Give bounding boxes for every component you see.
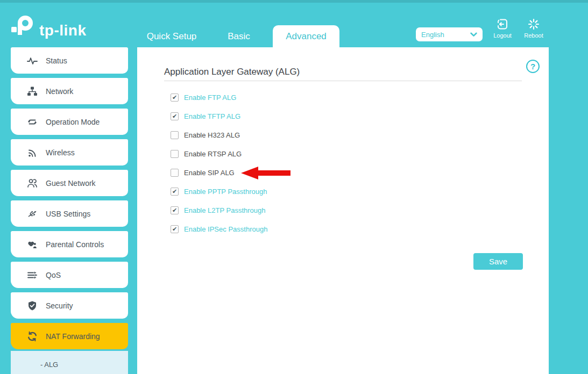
checkbox-enable-h323-alg[interactable] [171, 131, 179, 139]
save-button[interactable]: Save [473, 253, 523, 270]
logo-text: tp-link [39, 22, 87, 39]
sidebar-subitem-alg[interactable]: - ALG [40, 361, 58, 369]
tab-basic[interactable]: Basic [212, 25, 266, 47]
logout-icon [496, 18, 509, 31]
sidebar-item-parental-controls[interactable]: Parental Controls [11, 231, 128, 257]
checkbox-row-enable-tftp-alg: ✔Enable TFTP ALG [171, 107, 291, 126]
main-content: Application Layer Gateway (ALG) ? ✔Enabl… [137, 47, 549, 374]
sidebar-item-usb-settings[interactable]: USB Settings [11, 200, 128, 227]
sidebar-item-operation-mode[interactable]: Operation Mode [11, 109, 128, 135]
tp-link-logo: tp-link [11, 14, 87, 40]
help-icon[interactable]: ? [526, 60, 540, 73]
page-title: Application Layer Gateway (ALG) [164, 67, 300, 77]
checkbox-enable-ipsec-passthrough[interactable]: ✔ [171, 225, 179, 233]
sidebar-item-label: Network [46, 87, 73, 96]
reboot-button[interactable]: Reboot [519, 18, 549, 39]
sidebar-item-label: Status [46, 56, 67, 65]
checkbox-label[interactable]: Enable TFTP ALG [184, 112, 240, 120]
checkbox-enable-sip-alg[interactable] [171, 169, 179, 177]
reboot-label: Reboot [524, 32, 543, 39]
tab-advanced[interactable]: Advanced [273, 25, 339, 47]
network-nodes-icon [27, 86, 38, 97]
reboot-icon [527, 18, 540, 31]
sidebar-item-label: Operation Mode [46, 118, 100, 126]
shield-check-icon [27, 300, 38, 311]
checkbox-enable-l2tp-passthrough[interactable]: ✔ [171, 206, 179, 214]
sidebar-item-wireless[interactable]: Wireless [11, 139, 128, 166]
sidebar-item-label: QoS [46, 271, 61, 279]
checkbox-label[interactable]: Enable L2TP Passthrough [184, 206, 266, 214]
sidebar-item-network[interactable]: Network [11, 78, 128, 104]
header: tp-link Quick Setup Basic Advanced Engli… [0, 0, 588, 47]
logout-label: Logout [493, 32, 512, 39]
checkbox-label[interactable]: Enable FTP ALG [184, 94, 236, 102]
nat-refresh-icon [27, 331, 38, 342]
checkbox-enable-rtsp-alg[interactable] [171, 150, 179, 158]
checkbox-row-enable-ipsec-passthrough: ✔Enable IPSec Passthrough [171, 220, 291, 239]
checkbox-label[interactable]: Enable RTSP ALG [184, 150, 242, 158]
parental-controls-icon [27, 239, 38, 250]
checkbox-label[interactable]: Enable SIP ALG [184, 169, 235, 177]
cycle-arrows-icon [27, 117, 38, 127]
checkbox-row-enable-l2tp-passthrough: ✔Enable L2TP Passthrough [171, 201, 291, 220]
checkbox-enable-tftp-alg[interactable]: ✔ [171, 112, 179, 120]
guest-network-icon [27, 178, 38, 189]
activity-icon [27, 55, 38, 66]
checkbox-label[interactable]: Enable PPTP Passthrough [184, 188, 267, 196]
qos-arrows-icon [27, 270, 38, 280]
alg-checkbox-list: ✔Enable FTP ALG✔Enable TFTP ALGEnable H3… [171, 88, 291, 239]
sidebar-item-nat-forwarding[interactable]: NAT Forwarding [11, 323, 128, 349]
sidebar-item-label: Wireless [46, 148, 75, 157]
tab-quick-setup[interactable]: Quick Setup [132, 25, 211, 47]
sidebar-item-label: Security [46, 301, 73, 310]
sidebar-item-label: NAT Forwarding [46, 332, 100, 341]
checkbox-row-enable-rtsp-alg: Enable RTSP ALG [171, 145, 291, 163]
wifi-icon [27, 147, 38, 158]
sidebar-item-label: USB Settings [46, 210, 90, 218]
sidebar-item-qos[interactable]: QoS [11, 262, 128, 288]
red-arrow-annotation [241, 167, 291, 179]
sidebar-item-label: Parental Controls [46, 240, 104, 249]
checkbox-label[interactable]: Enable H323 ALG [184, 131, 240, 139]
router-admin-screen: tp-link Quick Setup Basic Advanced Engli… [0, 0, 588, 374]
checkbox-enable-ftp-alg[interactable]: ✔ [171, 94, 179, 102]
sidebar-item-guest-network[interactable]: Guest Network [11, 170, 128, 196]
chevron-down-icon [470, 31, 477, 39]
logout-button[interactable]: Logout [488, 18, 516, 39]
sidebar-item-label: Guest Network [46, 179, 96, 188]
language-value: English [421, 31, 444, 39]
checkbox-enable-pptp-passthrough[interactable]: ✔ [171, 188, 179, 196]
title-divider [164, 81, 522, 81]
checkbox-label[interactable]: Enable IPSec Passthrough [184, 225, 267, 233]
usb-icon [27, 208, 38, 219]
checkbox-row-enable-sip-alg: Enable SIP ALG [171, 163, 291, 182]
sidebar-item-security[interactable]: Security [11, 292, 128, 319]
checkbox-row-enable-pptp-passthrough: ✔Enable PPTP Passthrough [171, 182, 291, 201]
tp-link-logo-icon [11, 14, 34, 40]
sidebar-item-status[interactable]: Status [11, 47, 128, 74]
sidebar-subpanel: - ALG [11, 351, 128, 374]
checkbox-row-enable-h323-alg: Enable H323 ALG [171, 126, 291, 145]
language-select[interactable]: English [416, 27, 483, 41]
checkbox-row-enable-ftp-alg: ✔Enable FTP ALG [171, 88, 291, 107]
